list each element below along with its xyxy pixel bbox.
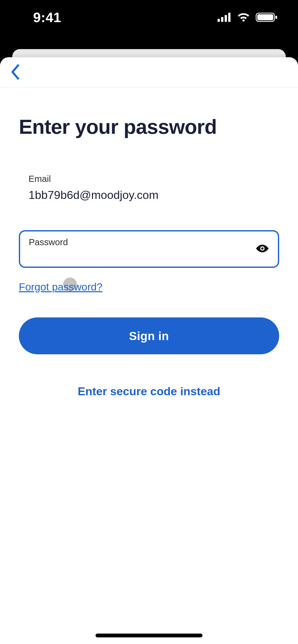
email-block: Email 1bb79b6d@moodjoy.com: [19, 174, 279, 202]
battery-icon: [256, 12, 278, 22]
eye-icon: [256, 244, 269, 254]
status-icons: [218, 12, 278, 22]
page-title: Enter your password: [19, 116, 279, 138]
nav-header: [0, 57, 298, 88]
forgot-row: Forgot password?: [19, 281, 279, 293]
svg-rect-6: [275, 16, 277, 19]
modal-sheet: Enter your password Email 1bb79b6d@moodj…: [0, 57, 298, 644]
email-value: 1bb79b6d@moodjoy.com: [29, 188, 279, 202]
password-field[interactable]: Password: [19, 230, 279, 268]
svg-rect-5: [257, 14, 273, 20]
cellular-icon: [218, 13, 231, 22]
svg-rect-2: [225, 15, 227, 22]
status-bar: 9:41: [0, 0, 298, 34]
content: Enter your password Email 1bb79b6d@moodj…: [0, 88, 298, 398]
signin-button-label: Sign in: [129, 329, 169, 343]
clock: 9:41: [33, 9, 61, 25]
chevron-left-icon: [10, 64, 20, 81]
svg-rect-3: [228, 13, 231, 22]
svg-point-8: [261, 247, 264, 250]
svg-rect-1: [221, 17, 223, 22]
email-label: Email: [29, 174, 279, 184]
signin-button[interactable]: Sign in: [19, 317, 279, 354]
password-label: Password: [29, 237, 68, 247]
forgot-password-link[interactable]: Forgot password?: [19, 281, 102, 293]
wifi-icon: [237, 12, 250, 22]
secure-code-link[interactable]: Enter secure code instead: [19, 385, 279, 398]
svg-rect-0: [218, 19, 220, 22]
home-indicator: [96, 634, 202, 637]
back-button[interactable]: [4, 61, 26, 84]
toggle-password-visibility[interactable]: [253, 240, 271, 258]
